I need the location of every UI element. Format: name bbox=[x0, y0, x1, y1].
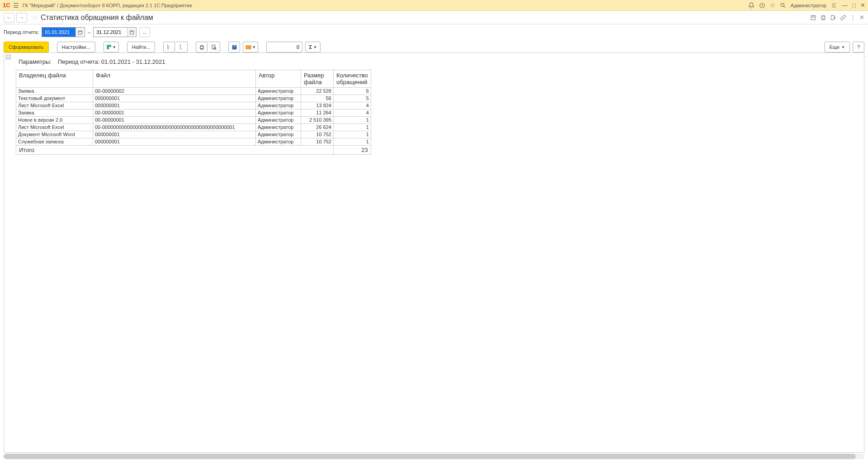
sum-input[interactable] bbox=[266, 42, 302, 52]
export-icon[interactable] bbox=[830, 14, 836, 21]
history-icon[interactable] bbox=[759, 2, 765, 9]
disk-save-button[interactable] bbox=[228, 42, 240, 52]
back-button[interactable]: ← bbox=[4, 13, 14, 23]
settings-button[interactable]: Настройки... bbox=[57, 42, 95, 52]
period-row: Период отчета: – ... bbox=[0, 24, 868, 40]
forward-button[interactable]: → bbox=[16, 13, 27, 23]
collapse-toggle[interactable]: − bbox=[6, 55, 10, 57]
svg-rect-9 bbox=[107, 47, 108, 49]
variants-button[interactable]: ▼ bbox=[104, 42, 119, 52]
generate-button[interactable]: Сформировать bbox=[4, 42, 49, 52]
search-icon[interactable] bbox=[780, 2, 786, 9]
date-to-input[interactable] bbox=[94, 28, 127, 37]
more-button[interactable]: Еще▼ bbox=[825, 42, 850, 52]
close-tab-icon[interactable]: ✕ bbox=[859, 14, 864, 21]
menu-icon[interactable]: ☰ bbox=[13, 2, 19, 9]
print-button[interactable] bbox=[196, 42, 208, 52]
window-title: ГК "Меркурий" / Документооборот 8 КОРП, … bbox=[23, 3, 748, 8]
help-button[interactable]: ? bbox=[853, 42, 864, 52]
params-line: Параметры: Период отчета: 01.01.2021 - 3… bbox=[16, 56, 861, 57]
svg-rect-3 bbox=[821, 17, 825, 19]
calendar-from-button[interactable] bbox=[75, 28, 85, 37]
calendar-to-button[interactable] bbox=[127, 28, 136, 37]
period-label: Период отчета: bbox=[4, 29, 39, 35]
minimize-icon[interactable]: — bbox=[842, 2, 848, 9]
svg-rect-8 bbox=[109, 45, 111, 47]
sum-function-button[interactable]: Σ ▼ bbox=[305, 42, 321, 52]
period-picker-button[interactable]: ... bbox=[139, 27, 150, 37]
save-report-icon[interactable] bbox=[810, 14, 816, 21]
find-button[interactable]: Найти... bbox=[127, 42, 156, 52]
svg-rect-6 bbox=[130, 31, 134, 34]
bell-icon[interactable] bbox=[748, 2, 755, 9]
report-content: Параметры: Период отчета: 01.01.2021 - 3… bbox=[4, 53, 864, 57]
titlebar-actions: ☆ Администратор — □ ✕ bbox=[748, 2, 865, 9]
expand-tree-button[interactable] bbox=[163, 42, 175, 52]
send-mail-button[interactable]: ▼ bbox=[243, 42, 258, 52]
favorite-star-icon[interactable]: ☆ bbox=[32, 13, 38, 22]
svg-point-1 bbox=[781, 3, 784, 6]
link-icon[interactable] bbox=[840, 14, 846, 21]
sigma-icon: Σ bbox=[309, 44, 312, 50]
star-icon[interactable]: ☆ bbox=[770, 2, 775, 9]
date-from-input[interactable] bbox=[42, 28, 75, 37]
svg-rect-11 bbox=[212, 45, 215, 49]
svg-rect-5 bbox=[79, 31, 82, 34]
date-from-wrap bbox=[42, 27, 85, 37]
period-dash: – bbox=[88, 29, 90, 35]
titlebar: 1С ☰ ГК "Меркурий" / Документооборот 8 К… bbox=[0, 0, 868, 11]
svg-rect-2 bbox=[811, 15, 815, 19]
svg-rect-7 bbox=[107, 45, 108, 47]
more-vert-icon[interactable]: ⋮ bbox=[850, 14, 856, 21]
settings-lines-icon[interactable] bbox=[831, 2, 837, 9]
close-icon[interactable]: ✕ bbox=[860, 2, 865, 9]
print-icon[interactable] bbox=[820, 14, 826, 21]
page-title: Статистика обращения к файлам bbox=[41, 14, 153, 22]
svg-rect-14 bbox=[233, 45, 235, 47]
app-logo: 1С bbox=[3, 2, 10, 9]
page-header: ← → ☆ Статистика обращения к файлам ⋮ ✕ bbox=[0, 11, 868, 24]
user-label[interactable]: Администратор bbox=[791, 3, 826, 8]
maximize-icon[interactable]: □ bbox=[852, 2, 856, 9]
date-to-wrap bbox=[93, 27, 137, 37]
collapse-tree-button[interactable] bbox=[176, 42, 188, 52]
header-actions: ⋮ ✕ bbox=[810, 14, 864, 21]
report-area: − Параметры: Период отчета: 01.01.2021 -… bbox=[4, 52, 864, 57]
svg-rect-10 bbox=[200, 46, 203, 48]
preview-button[interactable] bbox=[208, 42, 220, 52]
